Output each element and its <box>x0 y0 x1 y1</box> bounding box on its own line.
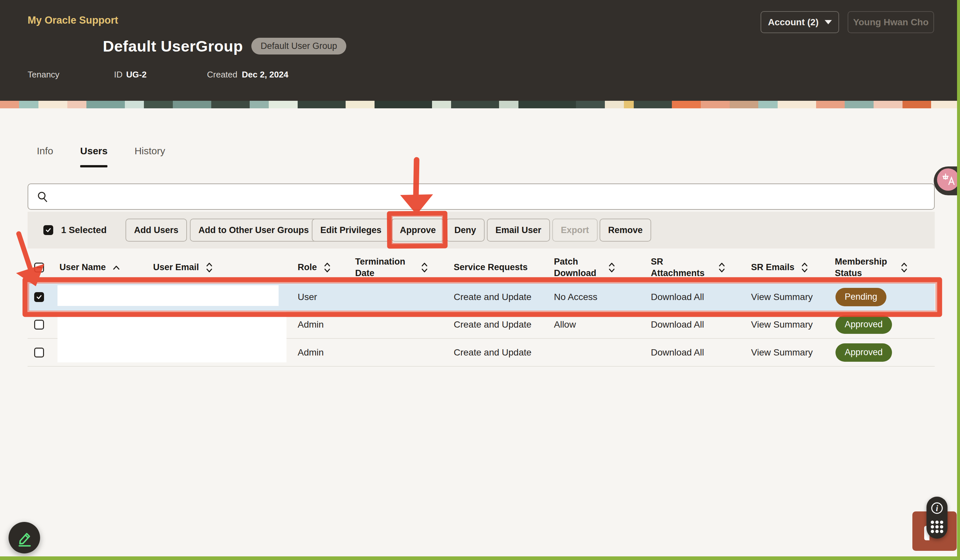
cell-sr-attachments: Download All <box>646 292 746 302</box>
cell-sr-attachments: Download All <box>646 319 746 330</box>
column-header-user-name[interactable]: User Name <box>54 262 148 273</box>
check-icon <box>36 294 42 300</box>
column-header-role[interactable]: Role <box>293 262 350 273</box>
row-checkbox[interactable] <box>34 292 44 302</box>
brand-link[interactable]: My Oracle Support <box>27 14 118 26</box>
cell-sr-emails: View Summary <box>746 347 830 358</box>
created-label: Created <box>207 70 238 80</box>
tab-users[interactable]: Users <box>80 145 107 168</box>
chevron-down-icon <box>825 20 832 24</box>
column-header-patch-download[interactable]: Patch Download <box>549 256 646 279</box>
id-label: ID <box>114 70 123 80</box>
sort-icon <box>801 262 808 273</box>
search-input[interactable] <box>56 191 926 203</box>
column-header-termination-date[interactable]: Termination Date <box>350 256 448 279</box>
selected-count: 1 Selected <box>61 225 107 235</box>
translate-fab[interactable] <box>934 166 960 195</box>
account-dropdown-label: Account (2) <box>768 17 819 27</box>
select-all-checkbox[interactable] <box>43 225 53 235</box>
tenancy-label: Tenancy <box>27 70 59 80</box>
sort-icon <box>608 262 615 273</box>
info-icon[interactable]: i <box>930 501 944 515</box>
edit-privileges-button[interactable]: Edit Privileges <box>312 219 390 242</box>
add-users-button[interactable]: Add Users <box>125 219 187 242</box>
cell-role: Admin <box>293 319 350 330</box>
cell-service-requests: Create and Update <box>448 292 549 302</box>
add-to-other-groups-button[interactable]: Add to Other User Groups <box>190 219 317 242</box>
column-header-sr-attachments[interactable]: SR Attachments <box>646 256 746 279</box>
sort-icon <box>421 262 428 273</box>
search-icon <box>37 191 49 203</box>
cell-patch-download: Allow <box>549 319 646 330</box>
sort-icon <box>901 262 908 273</box>
sort-asc-icon <box>112 265 120 270</box>
bulk-actions-toolbar: 1 Selected Add Users Add to Other User G… <box>27 212 935 249</box>
screen-edge-strip-bottom <box>0 557 960 560</box>
pencil-icon <box>15 528 34 547</box>
screen-edge-strip-right <box>957 0 960 560</box>
tab-bar: Info Users History <box>37 145 165 168</box>
remove-button[interactable]: Remove <box>600 219 651 242</box>
default-group-badge: Default User Group <box>251 38 346 54</box>
cell-service-requests: Create and Update <box>448 347 549 358</box>
decorative-banner <box>0 101 960 108</box>
status-badge: Pending <box>835 288 886 306</box>
column-header-service-requests[interactable]: Service Requests <box>448 262 549 273</box>
email-user-button[interactable]: Email User <box>487 219 550 242</box>
cell-sr-attachments: Download All <box>646 347 746 358</box>
users-table: User Name User Email Role <box>27 252 935 367</box>
edit-annotation-fab[interactable] <box>8 522 40 554</box>
tab-history[interactable]: History <box>134 145 165 168</box>
svg-text:i: i <box>936 504 938 513</box>
cell-sr-emails: View Summary <box>746 319 830 330</box>
apps-grid-icon[interactable] <box>930 520 944 534</box>
column-header-membership-status[interactable]: Membership Status <box>830 256 935 279</box>
page-title: Default UserGroup <box>103 37 243 55</box>
cell-service-requests: Create and Update <box>448 319 549 330</box>
help-pill: i <box>926 497 947 539</box>
user-name-button[interactable]: Young Hwan Cho <box>848 11 934 33</box>
account-dropdown-button[interactable]: Account (2) <box>761 11 839 33</box>
column-header-sr-emails[interactable]: SR Emails <box>746 262 830 273</box>
cell-role: User <box>293 292 350 302</box>
table-header-row: User Name User Email Role <box>27 252 935 283</box>
user-name-label: Young Hwan Cho <box>853 17 929 27</box>
title-row: Default UserGroup Default User Group <box>103 37 346 55</box>
row-checkbox[interactable] <box>34 348 44 357</box>
cell-sr-emails: View Summary <box>746 292 830 302</box>
status-badge: Approved <box>835 343 892 362</box>
export-button[interactable]: Export <box>552 219 598 242</box>
row-checkbox[interactable] <box>34 320 44 330</box>
search-bar <box>27 183 935 210</box>
header-checkbox[interactable] <box>34 263 44 273</box>
redacted-user-info <box>58 311 286 362</box>
approve-button[interactable]: Approve <box>391 219 445 242</box>
sort-icon <box>323 262 331 273</box>
app-header: My Oracle Support Default UserGroup Defa… <box>0 0 960 101</box>
sort-icon <box>206 262 213 273</box>
id-value: UG-2 <box>126 70 147 80</box>
status-badge: Approved <box>835 316 892 334</box>
deny-button[interactable]: Deny <box>446 219 485 242</box>
sort-icon <box>718 262 725 273</box>
tab-info[interactable]: Info <box>37 145 53 168</box>
check-icon <box>45 227 51 233</box>
translate-icon <box>937 168 959 191</box>
cell-role: Admin <box>293 347 350 358</box>
cell-patch-download: No Access <box>549 292 646 302</box>
created-value: Dec 2, 2024 <box>242 70 288 80</box>
redacted-user-info <box>58 285 278 306</box>
page: My Oracle Support Default UserGroup Defa… <box>0 0 960 560</box>
column-header-user-email[interactable]: User Email <box>148 262 293 273</box>
